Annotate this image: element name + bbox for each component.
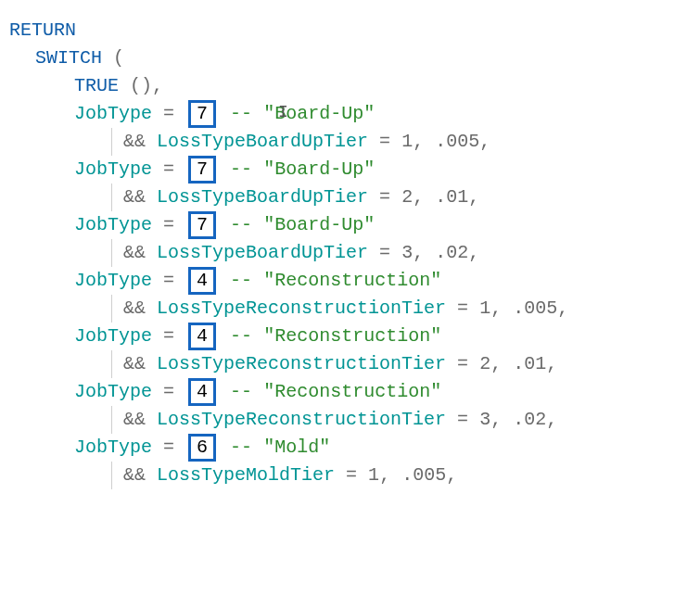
code-line: RETURN <box>9 17 691 44</box>
code-line: && LossTypeReconstructionTier = 3, .02, <box>9 406 691 434</box>
code-line: JobType = 7 -- "Board-Up" <box>9 100 691 128</box>
code-line: TRUE (), <box>9 72 691 100</box>
boxed-value: 7 <box>188 156 216 184</box>
code-line: && LossTypeBoardUpTier = 3, .02, <box>9 239 691 267</box>
jobtype-var: JobType <box>74 214 152 235</box>
comment: "Board-Up" <box>263 214 375 235</box>
rate-value: .01 <box>435 186 468 208</box>
code-line: && LossTypeBoardUpTier = 1, .005, <box>9 128 691 156</box>
comment: "Reconstruction" <box>263 270 441 291</box>
comment: "Reconstruction" <box>263 325 441 347</box>
code-line: && LossTypeReconstructionTier = 1, .005, <box>9 295 691 323</box>
comment: "Mold" <box>263 437 330 458</box>
jobtype-var: JobType <box>74 381 152 402</box>
rate-value: .005 <box>513 298 557 319</box>
jobtype-var: JobType <box>74 103 152 124</box>
boxed-value: 4 <box>188 378 216 406</box>
boxed-value: 4 <box>188 267 216 295</box>
code-line: SWITCH ( <box>9 44 691 72</box>
keyword-true: TRUE <box>74 75 119 96</box>
code-line: JobType = 4 -- "Reconstruction" <box>9 267 691 295</box>
rate-value: .02 <box>435 242 468 263</box>
jobtype-var: JobType <box>74 437 152 458</box>
code-line: JobType = 7 -- "Board-Up" <box>9 156 691 184</box>
boxed-value: 6 <box>188 434 216 462</box>
dash-dash: -- <box>230 103 263 124</box>
jobtype-var: JobType <box>74 270 152 291</box>
losstype-var: LossTypeBoardUpTier <box>157 131 368 152</box>
true-args: (), <box>130 75 163 96</box>
code-line: JobType = 4 -- "Reconstruction" <box>9 378 691 406</box>
code-line: && LossTypeMoldTier = 1, .005, <box>9 462 691 489</box>
and: && <box>123 131 146 152</box>
eq: = <box>163 103 185 124</box>
code-line: && LossTypeBoardUpTier = 2, .01, <box>9 184 691 211</box>
jobtype-var: JobType <box>74 325 152 347</box>
code-line: JobType = 6 -- "Mold" <box>9 434 691 462</box>
comment: "Board-Up" <box>263 158 375 180</box>
code-line: JobType = 7 -- "Board-Up" <box>9 211 691 239</box>
paren-open: ( <box>113 47 124 69</box>
comment: "Board-Up" <box>263 103 375 124</box>
code-editor[interactable]: I RETURN SWITCH ( TRUE (), JobType = 7 -… <box>0 0 700 499</box>
boxed-value: 7 <box>188 211 216 239</box>
keyword-switch: SWITCH <box>35 47 102 69</box>
code-line: && LossTypeReconstructionTier = 2, .01, <box>9 350 691 378</box>
rate-value: .01 <box>513 353 546 374</box>
rate-value: .005 <box>435 131 479 152</box>
rate-value: .005 <box>401 464 446 486</box>
code-line: JobType = 4 -- "Reconstruction" <box>9 323 691 350</box>
comment: "Reconstruction" <box>263 381 441 402</box>
rate-value: .02 <box>513 409 546 430</box>
keyword-return: RETURN <box>9 19 76 41</box>
boxed-value: 7 <box>188 100 216 128</box>
boxed-value: 4 <box>188 323 216 350</box>
jobtype-var: JobType <box>74 158 152 180</box>
tier-value: 1 <box>401 131 413 152</box>
